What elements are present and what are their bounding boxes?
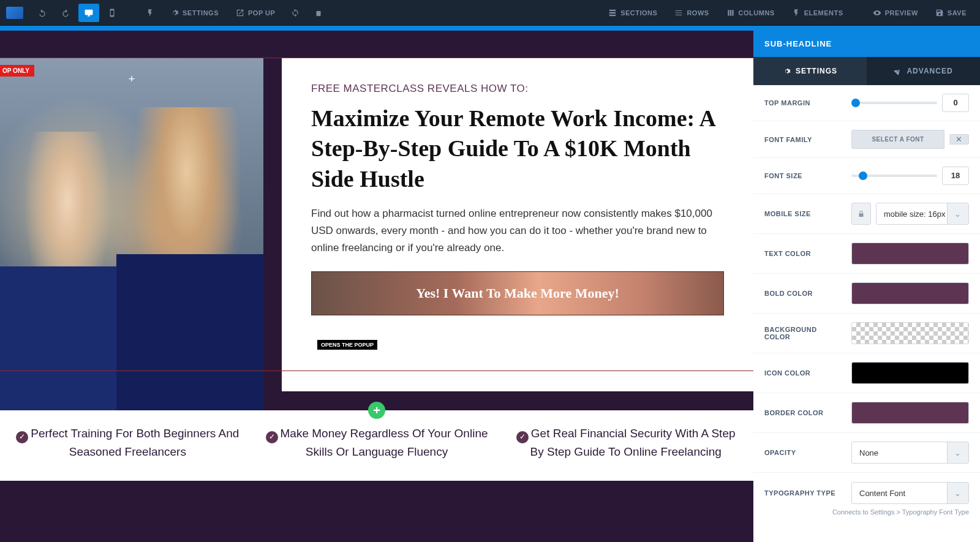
elements-button[interactable]: ELEMENTS [785, 4, 851, 22]
hero-card[interactable]: FREE MASTERCLASS REVEALS HOW TO: Maximiz… [282, 58, 753, 391]
bolt-button[interactable] [140, 4, 160, 22]
settings-label: SETTINGS [183, 9, 219, 17]
opacity-label: OPACITY [764, 449, 844, 456]
save-label: SAVE [948, 9, 967, 17]
opacity-dropdown[interactable]: None⌄ [851, 442, 969, 464]
tab-settings-label: SETTINGS [796, 67, 837, 75]
cta-button[interactable]: Yes! I Want To Make More Money! [311, 271, 724, 315]
columns-button[interactable]: COLUMNS [719, 4, 782, 22]
border-color-label: BORDER COLOR [764, 409, 844, 416]
benefit-text: Perfect Training For Both Beginners And … [31, 427, 239, 458]
popup-button[interactable]: POP UP [228, 4, 282, 22]
select-font-button[interactable]: SELECT A FONT [851, 130, 944, 149]
settings-button[interactable]: SETTINGS [163, 4, 226, 22]
font-size-label: FONT SIZE [764, 172, 844, 179]
border-color-row: BORDER COLOR [753, 393, 980, 433]
separator-strip [0, 26, 980, 31]
top-margin-value[interactable]: 0 [942, 94, 969, 112]
opacity-row: OPACITY None⌄ [753, 433, 980, 473]
chevron-down-icon: ⌄ [954, 209, 961, 219]
sections-button[interactable]: SECTIONS [601, 4, 665, 22]
top-margin-slider[interactable] [851, 102, 937, 104]
undo-button[interactable] [32, 4, 53, 22]
bg-color-label: BACKGROUND COLOR [764, 326, 844, 341]
top-margin-label: TOP MARGIN [764, 99, 844, 107]
top-toolbar: SETTINGS POP UP SECTIONS ROWS COLUMNS EL… [0, 0, 980, 26]
mobile-size-value: mobile size: 16px [884, 209, 945, 219]
icon-color-label: ICON COLOR [764, 369, 844, 377]
check-icon: ✓ [516, 431, 529, 443]
add-element-icon[interactable]: + [126, 73, 137, 85]
chevron-down-icon: ⌄ [954, 448, 961, 457]
typography-hint: Connects to Settings > Typography Font T… [753, 507, 980, 523]
preview-button[interactable]: PREVIEW [865, 4, 925, 22]
icon-color-swatch[interactable] [851, 362, 969, 384]
font-size-row: FONT SIZE 18 [753, 158, 980, 194]
font-family-label: FONT FAMILY [764, 136, 844, 143]
tab-settings[interactable]: SETTINGS [753, 57, 867, 85]
text-color-row: TEXT COLOR [753, 234, 980, 274]
mobile-size-dropdown[interactable]: mobile size: 16px⌄ [876, 203, 969, 225]
font-size-slider[interactable] [851, 175, 937, 177]
bg-color-row: BACKGROUND COLOR [753, 314, 980, 353]
typography-value: Content Font [859, 489, 905, 498]
tab-advanced[interactable]: ADVANCED [867, 57, 980, 85]
body-text[interactable]: Find out how a pharmacist turned online … [311, 205, 724, 257]
benefit-item[interactable]: ✓Make Money Regardless Of Your Online Sk… [262, 425, 492, 460]
chevron-down-icon: ⌄ [954, 489, 961, 498]
top-margin-row: TOP MARGIN 0 [753, 85, 980, 121]
mobile-size-row: MOBILE SIZE mobile size: 16px⌄ [753, 194, 980, 234]
desktop-only-badge: OP ONLY [0, 65, 34, 77]
clear-font-button[interactable]: ✕ [949, 134, 969, 145]
font-size-value[interactable]: 18 [942, 167, 969, 185]
typography-row: TYPOGRAPHY TYPE Content Font⌄ [753, 473, 980, 507]
properties-sidebar: SUB-HEADLINE SETTINGS ADVANCED TOP MARGI… [753, 31, 980, 542]
elements-label: ELEMENTS [804, 9, 843, 17]
font-family-row: FONT FAMILY SELECT A FONT ✕ [753, 121, 980, 158]
sidebar-title: SUB-HEADLINE [753, 31, 980, 57]
benefits-row[interactable]: ✓Perfect Training For Both Beginners And… [0, 410, 753, 481]
hero-section[interactable]: FREE MASTERCLASS REVEALS HOW TO: Maximiz… [0, 58, 753, 426]
icon-color-row: ICON COLOR [753, 353, 980, 393]
redo-button[interactable] [55, 4, 76, 22]
columns-label: COLUMNS [739, 9, 775, 17]
check-icon: ✓ [266, 431, 278, 443]
text-color-swatch[interactable] [851, 243, 969, 265]
typography-label: TYPOGRAPHY TYPE [764, 489, 844, 497]
bold-color-swatch[interactable] [851, 282, 969, 304]
text-color-label: TEXT COLOR [764, 250, 844, 257]
tab-advanced-label: ADVANCED [907, 67, 952, 75]
desktop-view-button[interactable] [78, 4, 99, 22]
bold-color-row: BOLD COLOR [753, 274, 980, 314]
add-row-button[interactable]: + [368, 402, 385, 419]
editor-canvas[interactable]: OP ONLY + FREE MASTERCLASS REVEALS HOW T… [0, 31, 753, 542]
benefit-text: Get Real Financial Security With A Step … [530, 427, 736, 458]
opens-popup-tag: OPENS THE POPUP [317, 340, 377, 350]
refresh-button[interactable] [285, 4, 306, 22]
app-logo[interactable] [6, 7, 23, 19]
benefit-item[interactable]: ✓Get Real Financial Security With A Step… [510, 425, 741, 460]
save-button[interactable]: SAVE [928, 4, 974, 22]
mobile-lock-button[interactable] [851, 203, 871, 225]
benefit-text: Make Money Regardless Of Your Online Ski… [281, 427, 488, 458]
restore-button[interactable] [308, 4, 329, 22]
rows-label: ROWS [687, 9, 709, 17]
bold-color-label: BOLD COLOR [764, 290, 844, 297]
popup-label: POP UP [248, 9, 275, 17]
border-color-swatch[interactable] [851, 402, 969, 424]
typography-dropdown[interactable]: Content Font⌄ [851, 482, 969, 504]
mobile-view-button[interactable] [102, 4, 123, 22]
benefit-item[interactable]: ✓Perfect Training For Both Beginners And… [12, 425, 243, 460]
mobile-size-label: MOBILE SIZE [764, 210, 844, 217]
rows-button[interactable]: ROWS [667, 4, 716, 22]
headline-text[interactable]: Maximize Your Remote Work Income: A Step… [311, 104, 724, 194]
opacity-value: None [859, 448, 878, 457]
preview-label: PREVIEW [885, 9, 918, 17]
check-icon: ✓ [16, 431, 28, 443]
eyebrow-text[interactable]: FREE MASTERCLASS REVEALS HOW TO: [311, 83, 724, 95]
hero-image[interactable] [0, 58, 263, 426]
bg-color-swatch[interactable] [851, 322, 969, 344]
sidebar-tabs: SETTINGS ADVANCED [753, 57, 980, 85]
sections-label: SECTIONS [620, 9, 657, 17]
